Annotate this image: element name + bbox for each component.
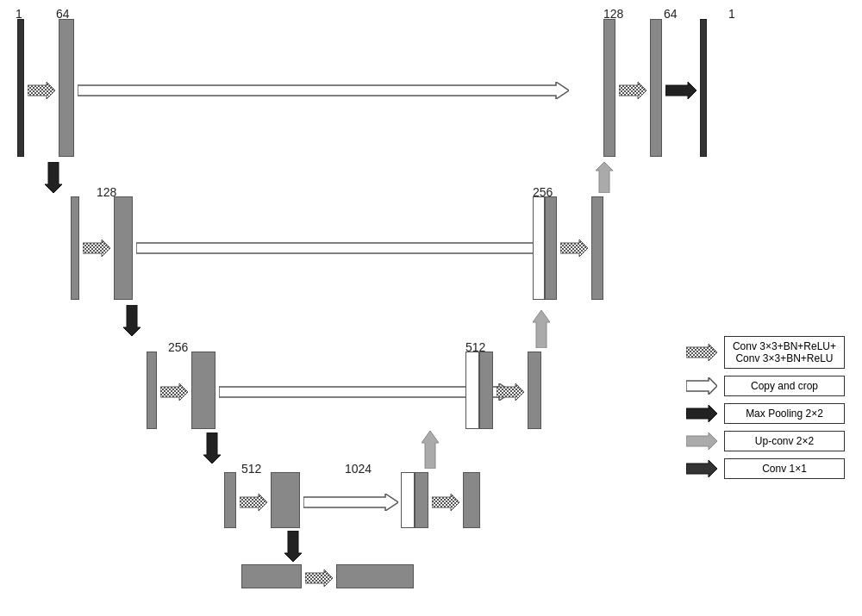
arrow-conv-r4-right [432,494,459,511]
legend-maxpool: Max Pooling 2×2 [686,403,845,424]
block-input-1 [17,19,24,157]
legend-conv1x1-label: Conv 1×1 [724,458,845,479]
svg-marker-37 [303,494,398,511]
arrow-upconv-r3-right [533,310,550,352]
svg-marker-15 [136,240,550,257]
arrow-conv-r1-right [619,82,646,99]
block-flat-bottom-left [241,564,302,588]
arrow-conv-r3-right [497,383,524,401]
svg-marker-30 [497,383,524,401]
svg-marker-14 [83,240,110,257]
block-small-r4 [224,472,236,528]
svg-marker-51 [686,344,717,361]
legend-conv: Conv 3×3+BN+ReLU+Conv 3×3+BN+ReLU [686,336,845,369]
label-512-left: 512 [241,462,261,476]
block-128-r1-right [603,19,615,157]
block-output-1 [700,19,707,157]
legend-copy: Copy and crop [686,376,845,396]
block-64-r1 [59,19,74,157]
block-result-r3-right [528,352,541,429]
svg-marker-41 [432,494,459,511]
svg-marker-3 [28,82,55,99]
svg-marker-31 [533,310,550,348]
svg-marker-8 [619,82,646,99]
block-white-r3 [465,352,479,429]
arrow-conv-r2-right [560,240,588,257]
arrow-conv-r4 [240,494,267,511]
svg-marker-19 [560,240,588,257]
arrow-conv-r2 [83,240,110,257]
legend-upconv: Up-conv 2×2 [686,431,845,451]
svg-marker-25 [160,383,188,401]
diagram-canvas: 1 64 128 64 1 [0,0,862,616]
svg-marker-36 [240,494,267,511]
arrow-upconv-r2-right [596,162,613,196]
arrow-copy-r1 [78,82,569,99]
block-white-r2 [533,196,545,300]
svg-marker-42 [422,431,439,469]
block-gray-r3 [479,352,493,429]
svg-marker-52 [686,377,717,395]
arrow-conv1x1 [665,82,696,99]
arrow-conv-bottom [305,569,333,587]
svg-marker-10 [45,162,62,193]
arrow-upconv-r4 [422,431,439,472]
block-64-r2-right [591,196,603,300]
arrow-conv-r1 [28,82,55,99]
arrow-maxpool-r2 [123,305,141,339]
svg-marker-4 [78,82,569,99]
block-white-r4 [401,472,415,528]
arrow-maxpool-bottom [284,531,302,565]
label-256-left: 256 [168,340,188,354]
label-1-right: 1 [728,7,735,21]
block-result-r4-right [463,472,480,528]
legend-maxpool-label: Max Pooling 2×2 [724,403,845,424]
block-256-r3 [191,352,216,429]
arrow-maxpool-r3 [203,432,221,467]
label-1024: 1024 [345,462,372,476]
svg-marker-21 [123,305,141,336]
svg-marker-32 [203,432,221,464]
block-gray-r4 [415,472,428,528]
arrow-maxpool-r1 [45,162,62,193]
block-128-r2 [114,196,133,300]
svg-marker-53 [686,405,717,422]
block-64-r1-right [650,19,662,157]
svg-marker-55 [686,460,717,477]
block-flat-bottom-right [336,564,414,588]
legend-conv1x1: Conv 1×1 [686,458,845,479]
block-512-r4 [271,472,300,528]
legend-upconv-label: Up-conv 2×2 [724,431,845,451]
legend-copy-label: Copy and crop [724,376,845,396]
arrow-copy-r2 [136,240,550,257]
legend: Conv 3×3+BN+ReLU+Conv 3×3+BN+ReLU Copy a… [686,336,845,479]
svg-marker-20 [596,162,613,193]
arrow-conv-r3 [160,383,188,401]
svg-marker-9 [665,82,696,99]
block-small-r2 [71,196,79,300]
svg-marker-54 [686,432,717,450]
arrow-copy-r4 [303,494,398,511]
svg-marker-43 [284,531,302,562]
svg-marker-47 [305,569,333,587]
block-small-r3 [147,352,157,429]
block-gray-r2 [545,196,557,300]
label-64-right: 64 [664,7,678,21]
legend-conv-label: Conv 3×3+BN+ReLU+Conv 3×3+BN+ReLU [724,336,845,369]
